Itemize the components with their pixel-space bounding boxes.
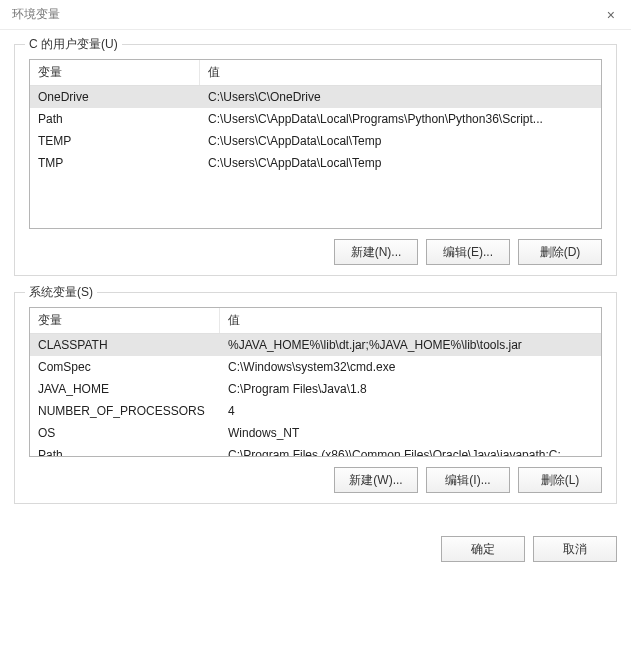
table-row[interactable]: OSWindows_NT xyxy=(30,422,601,444)
table-row[interactable]: NUMBER_OF_PROCESSORS4 xyxy=(30,400,601,422)
user-variables-label: C 的用户变量(U) xyxy=(25,36,122,53)
system-header-variable[interactable]: 变量 xyxy=(30,308,220,333)
table-row[interactable]: TEMPC:\Users\C\AppData\Local\Temp xyxy=(30,130,601,152)
table-row[interactable]: TMPC:\Users\C\AppData\Local\Temp xyxy=(30,152,601,174)
variable-name-cell: OneDrive xyxy=(30,88,200,106)
variable-name-cell: Path xyxy=(30,446,220,457)
variable-value-cell: C:\Users\C\AppData\Local\Temp xyxy=(200,154,601,172)
user-new-button[interactable]: 新建(N)... xyxy=(334,239,418,265)
user-header-variable[interactable]: 变量 xyxy=(30,60,200,85)
variable-value-cell: C:\Program Files\Java\1.8 xyxy=(220,380,601,398)
user-delete-button[interactable]: 删除(D) xyxy=(518,239,602,265)
user-edit-button[interactable]: 编辑(E)... xyxy=(426,239,510,265)
titlebar: 环境变量 × xyxy=(0,0,631,30)
system-variables-group: 系统变量(S) 变量 值 CLASSPATH%JAVA_HOME%\lib\dt… xyxy=(14,292,617,504)
variable-value-cell: C:\Users\C\OneDrive xyxy=(200,88,601,106)
system-variables-list[interactable]: 变量 值 CLASSPATH%JAVA_HOME%\lib\dt.jar;%JA… xyxy=(29,307,602,457)
variable-name-cell: OS xyxy=(30,424,220,442)
system-new-button[interactable]: 新建(W)... xyxy=(334,467,418,493)
user-header-value[interactable]: 值 xyxy=(200,60,601,85)
dialog-button-row: 确定 取消 xyxy=(0,530,631,576)
variable-name-cell: Path xyxy=(30,110,200,128)
cancel-button[interactable]: 取消 xyxy=(533,536,617,562)
system-header-value[interactable]: 值 xyxy=(220,308,601,333)
system-variables-label: 系统变量(S) xyxy=(25,284,97,301)
window-title: 环境变量 xyxy=(12,6,60,23)
variable-name-cell: ComSpec xyxy=(30,358,220,376)
system-delete-button[interactable]: 删除(L) xyxy=(518,467,602,493)
user-list-header: 变量 值 xyxy=(30,60,601,86)
variable-value-cell: C:\Users\C\AppData\Local\Programs\Python… xyxy=(200,110,601,128)
variable-value-cell: C:\Windows\system32\cmd.exe xyxy=(220,358,601,376)
table-row[interactable]: CLASSPATH%JAVA_HOME%\lib\dt.jar;%JAVA_HO… xyxy=(30,334,601,356)
user-variables-group: C 的用户变量(U) 变量 值 OneDriveC:\Users\C\OneDr… xyxy=(14,44,617,276)
variable-value-cell: 4 xyxy=(220,402,601,420)
ok-button[interactable]: 确定 xyxy=(441,536,525,562)
user-variables-list[interactable]: 变量 值 OneDriveC:\Users\C\OneDrivePathC:\U… xyxy=(29,59,602,229)
variable-value-cell: %JAVA_HOME%\lib\dt.jar;%JAVA_HOME%\lib\t… xyxy=(220,336,601,354)
variable-name-cell: JAVA_HOME xyxy=(30,380,220,398)
table-row[interactable]: ComSpecC:\Windows\system32\cmd.exe xyxy=(30,356,601,378)
variable-name-cell: CLASSPATH xyxy=(30,336,220,354)
variable-value-cell: C:\Program Files (x86)\Common Files\Orac… xyxy=(220,446,601,457)
system-edit-button[interactable]: 编辑(I)... xyxy=(426,467,510,493)
variable-name-cell: TMP xyxy=(30,154,200,172)
table-row[interactable]: JAVA_HOMEC:\Program Files\Java\1.8 xyxy=(30,378,601,400)
system-list-header: 变量 值 xyxy=(30,308,601,334)
variable-value-cell: C:\Users\C\AppData\Local\Temp xyxy=(200,132,601,150)
dialog-body: C 的用户变量(U) 变量 值 OneDriveC:\Users\C\OneDr… xyxy=(0,30,631,530)
variable-value-cell: Windows_NT xyxy=(220,424,601,442)
system-button-row: 新建(W)... 编辑(I)... 删除(L) xyxy=(29,467,602,493)
variable-name-cell: NUMBER_OF_PROCESSORS xyxy=(30,402,220,420)
variable-name-cell: TEMP xyxy=(30,132,200,150)
table-row[interactable]: OneDriveC:\Users\C\OneDrive xyxy=(30,86,601,108)
table-row[interactable]: PathC:\Program Files (x86)\Common Files\… xyxy=(30,444,601,457)
user-button-row: 新建(N)... 编辑(E)... 删除(D) xyxy=(29,239,602,265)
close-icon[interactable]: × xyxy=(601,5,621,25)
table-row[interactable]: PathC:\Users\C\AppData\Local\Programs\Py… xyxy=(30,108,601,130)
